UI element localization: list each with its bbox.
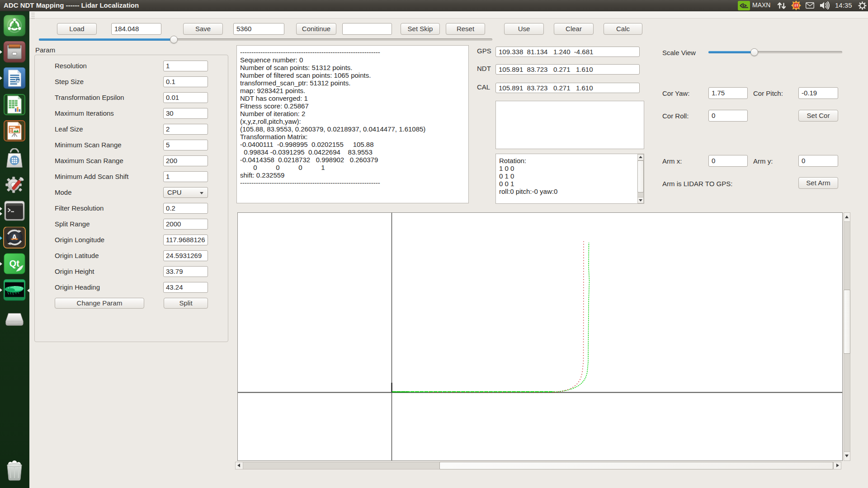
svg-text:Qt: Qt: [9, 258, 19, 268]
svg-text:A: A: [12, 233, 17, 241]
